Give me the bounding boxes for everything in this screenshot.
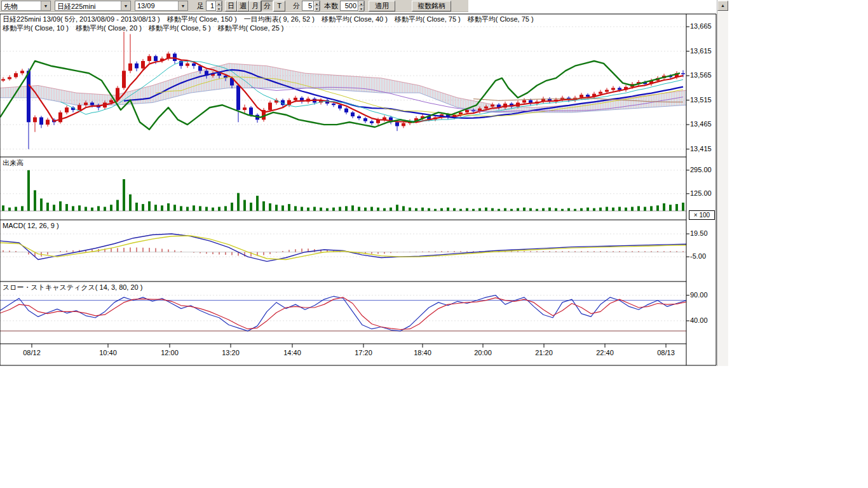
y-tick-label: 13,465 [690,120,712,128]
macd-pane-title: MACD( 12, 26, 9 ) [3,222,59,230]
price-pane-header-line1: 日経225mini 13/09( 5分, 2013/08/09 - 2013/0… [3,15,534,24]
y-tick-label: 13,565 [690,71,712,79]
chart-application-window: 先物 ▼ 日経225mini ▼ 13/09 ▼ 足 1 ▲ ▼ 日 週 月 分… [0,0,868,488]
y-tick-label: 13,615 [690,47,712,55]
stochastics-pane-title: スロー・ストキャスティクス( 14, 3, 80, 20 ) [3,283,142,292]
chart-area: 日経225mini 13/09( 5分, 2013/08/09 - 2013/0… [0,0,728,366]
y-tick-label: 13,415 [690,145,712,152]
y-tick-label: 40.00 [690,316,708,324]
x-tick-label: 12:00 [155,349,184,356]
x-tick-label: 21:20 [529,349,559,356]
x-tick-label: 20:00 [468,349,498,356]
y-tick-label: 90.00 [690,291,708,299]
x-tick-label: 08/12 [17,349,46,356]
y-tick-label: 125.00 [690,189,712,197]
price-pane-header-line2: 移動平均( Close, 10 ) 移動平均( Close, 20 ) 移動平均… [3,24,284,32]
y-tick-label: -5.00 [690,252,706,260]
x-tick-label: 17:20 [349,349,378,356]
x-tick-label: 22:40 [590,349,620,356]
chart-canvas[interactable] [0,0,728,366]
volume-multiplier-badge: × 100 [689,210,715,220]
x-tick-label: 10:40 [93,349,123,356]
y-tick-label: 13,515 [690,96,712,104]
x-tick-label: 13:20 [216,349,245,356]
scroll-up-icon[interactable]: ▲ [717,1,728,11]
y-tick-label: 19.50 [690,229,708,237]
x-tick-label: 08/13 [651,349,681,356]
x-tick-label: 14:40 [278,349,307,356]
y-tick-label: 295.00 [690,166,712,173]
x-tick-label: 18:40 [408,349,437,356]
y-tick-label: 13,665 [690,22,712,30]
vertical-scrollbar[interactable] [717,0,728,366]
volume-pane-title: 出来高 [3,159,24,167]
